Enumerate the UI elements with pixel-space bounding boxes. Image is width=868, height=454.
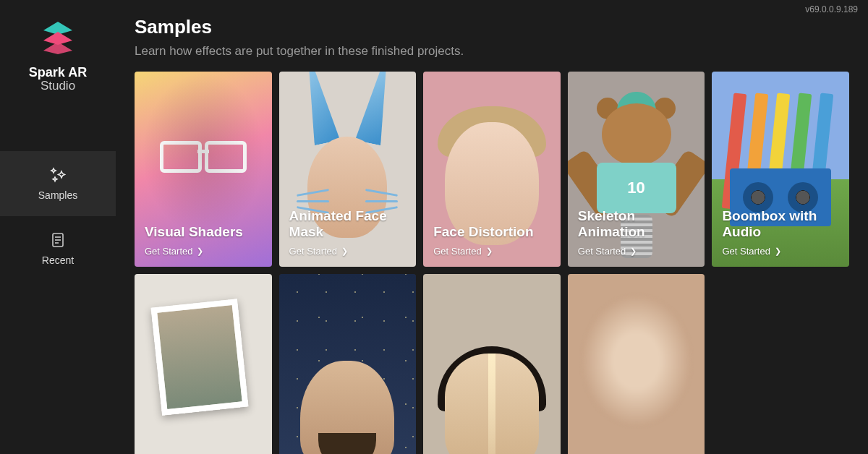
sample-card[interactable] bbox=[135, 274, 272, 454]
sample-card[interactable] bbox=[568, 274, 705, 454]
get-started-link[interactable]: Get Started❯ bbox=[722, 246, 839, 257]
get-started-link[interactable]: Get Started❯ bbox=[433, 246, 550, 257]
get-started-link[interactable]: Get Started❯ bbox=[145, 246, 262, 257]
chevron-right-icon: ❯ bbox=[486, 247, 493, 256]
sample-card-skeleton-animation[interactable]: 10 Skeleton Animation Get Started❯ bbox=[568, 72, 705, 267]
thumbnail bbox=[135, 274, 272, 454]
thumbnail bbox=[279, 274, 417, 454]
samples-grid: Visual Shaders Get Started❯ Animated Fac… bbox=[135, 72, 849, 454]
sample-card-visual-shaders[interactable]: Visual Shaders Get Started❯ bbox=[135, 72, 272, 267]
card-title: Animated Face Mask bbox=[289, 208, 407, 240]
chevron-right-icon: ❯ bbox=[630, 247, 637, 256]
sidebar-item-label: Samples bbox=[38, 189, 77, 201]
sample-card[interactable] bbox=[279, 274, 417, 454]
sidebar-item-samples[interactable]: Samples bbox=[0, 151, 116, 216]
sidebar-item-recent[interactable]: Recent bbox=[0, 216, 116, 281]
thumbnail bbox=[423, 274, 561, 454]
card-title: Skeleton Animation bbox=[578, 208, 695, 240]
main-content: Samples Learn how effects are put togeth… bbox=[116, 0, 868, 454]
chevron-right-icon: ❯ bbox=[775, 247, 781, 256]
brand-name: Spark AR bbox=[29, 65, 87, 80]
sample-card-boombox-with-audio[interactable]: Boombox with Audio Get Started❯ bbox=[712, 72, 849, 267]
sample-card-face-distortion[interactable]: Face Distortion Get Started❯ bbox=[423, 72, 561, 267]
chevron-right-icon: ❯ bbox=[341, 247, 348, 256]
sample-card-animated-face-mask[interactable]: Animated Face Mask Get Started❯ bbox=[279, 72, 417, 267]
spark-logo-icon bbox=[41, 20, 75, 55]
sidebar: Spark AR Studio Samples Recent bbox=[0, 0, 116, 454]
thumbnail bbox=[568, 274, 705, 454]
sparkles-icon bbox=[49, 166, 67, 184]
version-label: v69.0.0.9.189 bbox=[805, 4, 858, 14]
page-subtitle: Learn how effects are put together in th… bbox=[135, 44, 849, 59]
card-title: Boombox with Audio bbox=[722, 208, 839, 240]
get-started-link[interactable]: Get Started❯ bbox=[289, 246, 407, 257]
document-icon bbox=[49, 231, 67, 249]
brand-block: Spark AR Studio bbox=[29, 20, 87, 93]
card-title: Visual Shaders bbox=[145, 224, 262, 240]
sidebar-item-label: Recent bbox=[42, 254, 74, 266]
svg-marker-2 bbox=[43, 42, 72, 54]
card-title: Face Distortion bbox=[433, 224, 550, 240]
chevron-right-icon: ❯ bbox=[197, 247, 203, 256]
page-title: Samples bbox=[135, 16, 849, 38]
get-started-link[interactable]: Get Started❯ bbox=[578, 246, 695, 257]
brand-subname: Studio bbox=[41, 79, 75, 93]
sample-card[interactable] bbox=[423, 274, 561, 454]
